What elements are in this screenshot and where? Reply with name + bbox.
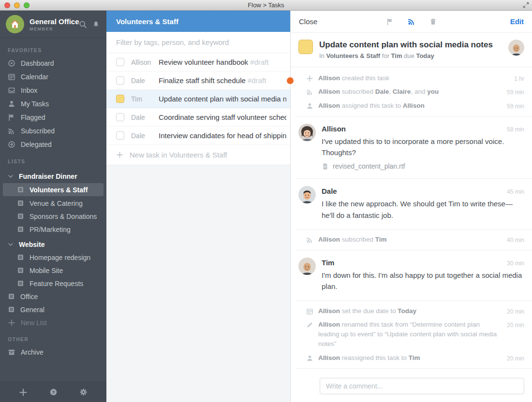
sidebar-item-label: Website bbox=[19, 241, 44, 248]
sidebar-item-general[interactable]: General bbox=[0, 303, 106, 316]
task-row-update-content-plan-with-social-media-notes[interactable]: TimUpdate content plan with social media… bbox=[106, 90, 290, 108]
list-icon bbox=[8, 293, 15, 300]
comment-author: Allison bbox=[322, 125, 507, 133]
sidebar-item-venue-catering[interactable]: Venue & Catering bbox=[0, 197, 106, 210]
plus-button[interactable] bbox=[19, 388, 28, 397]
close-window-button[interactable] bbox=[4, 2, 10, 8]
attachment[interactable]: revised_content_plan.rtf bbox=[322, 162, 524, 170]
sidebar-sections: FAVORITESDashboardCalendarInboxMy TasksF… bbox=[0, 38, 106, 382]
sidebar-item-label: My Tasks bbox=[21, 100, 49, 108]
task-checkbox[interactable] bbox=[116, 113, 124, 121]
titlebar: Flow > Tasks bbox=[0, 0, 532, 11]
close-button[interactable]: Close bbox=[299, 17, 317, 26]
task-title: Update content plan with social media no… bbox=[159, 95, 286, 103]
main-area: General Office MEMBER FAVORITESDashboard… bbox=[0, 11, 532, 402]
comment-body: Allison58 minI've updated this to to inc… bbox=[322, 124, 524, 171]
sidebar-item-label: Feature Requests bbox=[30, 280, 83, 287]
activity-time: 59 min bbox=[507, 87, 524, 97]
sidebar-item-label: Homepage redesign bbox=[30, 254, 90, 261]
rss-button[interactable] bbox=[407, 17, 415, 26]
person-icon bbox=[306, 355, 313, 362]
help-button[interactable]: ? bbox=[49, 388, 58, 396]
comment-tim: Tim30 minI'm down for this. I'm also hap… bbox=[298, 254, 524, 297]
org-role: MEMBER bbox=[30, 27, 79, 31]
task-detail-checkbox[interactable] bbox=[298, 40, 313, 54]
avatar-allison bbox=[298, 124, 316, 141]
task-checkbox[interactable] bbox=[116, 76, 124, 85]
feed-divider bbox=[296, 368, 532, 369]
task-list-panel: Volunteers & Staff AllisonReview volunte… bbox=[106, 11, 290, 402]
sidebar-item-my-tasks[interactable]: My Tasks bbox=[0, 97, 106, 111]
task-detail-panel: Close Edit Update content plan with soci… bbox=[290, 11, 532, 402]
task-row-interview-candidates-for-head-of-shipping[interactable]: DaleInterview candidates for head of shi… bbox=[106, 127, 290, 145]
list-header: Volunteers & Staff bbox=[106, 11, 290, 32]
activity-text: Allison set the due date to Today bbox=[318, 306, 507, 316]
sidebar-item-pr-marketing[interactable]: PR/Marketing bbox=[0, 223, 106, 236]
gear-button[interactable] bbox=[79, 388, 88, 396]
task-assignee: Dale bbox=[131, 77, 159, 85]
dashboard-icon bbox=[8, 59, 15, 67]
new-task-row[interactable]: New task in Volunteers & Staff bbox=[106, 145, 290, 165]
activity-row: Allison created this task1 hr bbox=[298, 72, 524, 85]
list-panel-empty-area bbox=[106, 165, 290, 402]
comment-body: Tim30 minI'm down for this. I'm also hap… bbox=[322, 258, 524, 292]
activity-time: 59 min bbox=[507, 101, 524, 111]
minimize-window-button[interactable] bbox=[14, 2, 20, 8]
avatar-tim bbox=[508, 40, 524, 56]
task-row-coordinate-serving-staff-volunteer-schedule[interactable]: DaleCoordinate serving staff volunteer s… bbox=[106, 108, 290, 127]
sidebar-item-label: Calendar bbox=[21, 73, 48, 81]
task-checkbox[interactable] bbox=[116, 95, 124, 103]
sidebar-item-calendar[interactable]: Calendar bbox=[0, 70, 106, 84]
sidebar-footer: ? bbox=[0, 382, 106, 402]
sidebar-item-feature-requests[interactable]: Feature Requests bbox=[0, 277, 106, 290]
sidebar-item-archive[interactable]: Archive bbox=[0, 345, 106, 359]
avatar bbox=[298, 258, 316, 275]
sidebar-header: General Office MEMBER bbox=[0, 11, 106, 38]
sidebar-item-mobile-site[interactable]: Mobile Site bbox=[0, 264, 106, 277]
search-button[interactable] bbox=[79, 20, 87, 29]
edit-button[interactable]: Edit bbox=[510, 17, 524, 26]
task-checkbox[interactable] bbox=[116, 58, 124, 66]
comment-box-wrap bbox=[291, 372, 532, 394]
bell-button[interactable] bbox=[92, 21, 100, 28]
sidebar-item-label: Delegated bbox=[21, 141, 52, 148]
expand-icon[interactable] bbox=[522, 1, 530, 9]
trash-button[interactable] bbox=[429, 18, 437, 26]
list-icon bbox=[17, 226, 24, 233]
comment-input[interactable] bbox=[320, 378, 524, 394]
task-detail-text: Update content plan with social media no… bbox=[319, 40, 502, 59]
sidebar-item-volunteers-staff[interactable]: Volunteers & Staff bbox=[3, 183, 103, 196]
task-checkbox[interactable] bbox=[116, 131, 124, 140]
filter-input[interactable] bbox=[116, 38, 281, 46]
rss-icon bbox=[306, 236, 313, 244]
inbox-icon bbox=[8, 86, 15, 94]
window-title: Flow > Tasks bbox=[248, 1, 284, 9]
plus-icon bbox=[306, 75, 313, 82]
org-logo-house-icon[interactable] bbox=[6, 15, 24, 33]
sidebar-item-sponsors-donations[interactable]: Sponsors & Donations bbox=[0, 210, 106, 223]
sidebar-item-website[interactable]: Website bbox=[0, 238, 106, 251]
activity-text: Allison renamed this task from “Determin… bbox=[318, 320, 507, 349]
comment-dale: Dale45 minI like the new approach. We sh… bbox=[298, 182, 524, 226]
org-name: General Office bbox=[30, 17, 79, 26]
rss-icon bbox=[8, 127, 15, 135]
sidebar-item-fundraiser-dinner[interactable]: Fundraiser Dinner bbox=[0, 170, 106, 183]
sidebar-item-new-list[interactable]: New List bbox=[0, 316, 106, 329]
archive-icon bbox=[8, 348, 15, 356]
sidebar-item-homepage-redesign[interactable]: Homepage redesign bbox=[0, 251, 106, 264]
sidebar-item-dashboard[interactable]: Dashboard bbox=[0, 57, 106, 70]
sidebar-item-inbox[interactable]: Inbox bbox=[0, 84, 106, 97]
zoom-window-button[interactable] bbox=[24, 2, 30, 8]
sidebar-item-delegated[interactable]: Delegated bbox=[0, 138, 106, 151]
sidebar-item-label: Sponsors & Donations bbox=[30, 213, 97, 220]
sidebar-item-flagged[interactable]: Flagged bbox=[0, 111, 106, 124]
task-row-finalize-staff-shift-schedule[interactable]: DaleFinalize staff shift schedule #draft bbox=[106, 72, 290, 90]
org-info: General Office MEMBER bbox=[30, 17, 79, 31]
activity-time: 20 min bbox=[507, 353, 524, 363]
flag-button[interactable] bbox=[386, 18, 394, 26]
sidebar-item-subscribed[interactable]: Subscribed bbox=[0, 124, 106, 138]
task-row-review-volunteer-handbook[interactable]: AllisonReview volunteer handbook #draft bbox=[106, 53, 290, 72]
sidebar-item-office[interactable]: Office bbox=[0, 290, 106, 303]
list-icon bbox=[17, 200, 24, 207]
feed-divider bbox=[296, 301, 532, 301]
